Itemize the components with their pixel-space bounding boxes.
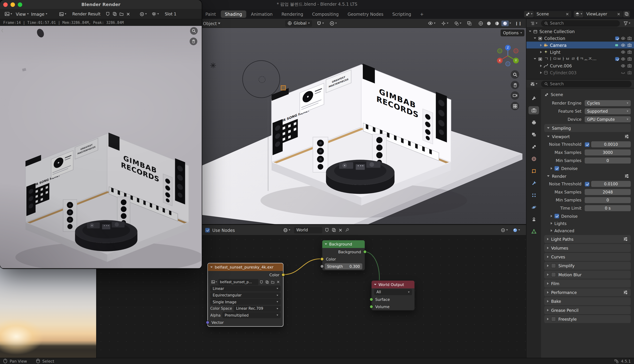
filter-button[interactable]	[622, 20, 632, 26]
render-visibility-icon[interactable]	[627, 43, 632, 48]
image-fake-user-button[interactable]	[259, 279, 264, 285]
source-dropdown[interactable]: Single Image	[210, 299, 281, 305]
editor-type-button[interactable]	[3, 11, 13, 17]
output-target-dropdown[interactable]: All	[374, 289, 412, 295]
image-browse-button[interactable]	[210, 279, 218, 285]
panel-volumes[interactable]: Volumes	[544, 244, 631, 252]
world-name-field[interactable]: World	[294, 227, 322, 233]
lights-panel[interactable]: Lights	[551, 220, 634, 227]
editor-type-button[interactable]	[529, 80, 539, 87]
tab-render[interactable]	[528, 106, 539, 114]
tab-modifiers[interactable]	[528, 179, 539, 187]
shading-material-button[interactable]	[493, 21, 501, 26]
viewport-denoise-panel[interactable]: Denoise	[551, 165, 634, 172]
background-output-socket[interactable]	[363, 250, 367, 254]
camera-view-button[interactable]	[511, 91, 519, 100]
panel-film[interactable]: Film	[544, 280, 631, 288]
use-nodes-checkbox[interactable]	[205, 228, 210, 232]
close-icon[interactable]	[617, 12, 620, 16]
hide-eye-icon[interactable]	[621, 63, 625, 68]
interpolation-dropdown[interactable]: Linear	[210, 286, 281, 292]
image-menu[interactable]: Image	[31, 12, 47, 16]
zoom-button[interactable]	[511, 70, 519, 79]
pan-button[interactable]	[511, 81, 519, 89]
pause-render-button[interactable]: ❙❙	[515, 21, 522, 25]
tab-geometry-nodes[interactable]: Geometry Nodes	[344, 10, 387, 18]
presets-icon[interactable]	[624, 134, 629, 139]
viewport-min-samples-field[interactable]: 0	[585, 158, 631, 164]
render-engine-dropdown[interactable]: Cycles	[585, 100, 631, 106]
color-space-dropdown[interactable]: Linear Rec.709	[234, 306, 281, 312]
projection-dropdown[interactable]: Equirectangular	[210, 292, 281, 298]
render-window[interactable]: Blender Render View Image Render Result …	[0, 0, 202, 268]
image-open-button[interactable]	[270, 279, 275, 285]
xray-toggle[interactable]	[466, 20, 473, 26]
add-workspace-button[interactable]: +	[416, 10, 428, 18]
image-browse-button[interactable]	[58, 11, 68, 17]
panel-curves[interactable]: Curves	[544, 253, 631, 261]
outliner-row-light[interactable]: Light	[527, 48, 634, 55]
node-image-header[interactable]: belfast_sunset_puresky_4k.exr	[208, 263, 283, 271]
snap-dropdown[interactable]	[315, 20, 325, 26]
tab-world[interactable]	[528, 154, 539, 163]
node-background[interactable]: Background Background Color Strength 0.3…	[322, 240, 365, 270]
render-result-image[interactable]: ❮	[0, 26, 202, 268]
noise-threshold-checkbox[interactable]	[585, 142, 589, 147]
render-result-field[interactable]: Render Result	[70, 11, 103, 17]
render-window-titlebar[interactable]: Blender Render	[0, 0, 202, 9]
simplify-checkbox[interactable]	[551, 263, 556, 268]
hide-eye-icon[interactable]	[621, 56, 625, 61]
mode-dropdown[interactable]: Object	[203, 21, 221, 26]
node-world-output[interactable]: World Output All Surface Volume	[371, 280, 415, 310]
viewport-noise-threshold-field[interactable]: 0.0010	[591, 141, 631, 148]
color-output-socket[interactable]	[281, 273, 285, 276]
tab-tool[interactable]	[528, 94, 539, 102]
strength-input-socket[interactable]	[320, 264, 324, 268]
fake-user-shield-icon[interactable]	[325, 228, 329, 232]
tab-view-layer[interactable]	[528, 130, 539, 138]
render-denoise-checkbox[interactable]	[554, 214, 559, 218]
outliner-row-curve[interactable]: Curve.006	[527, 62, 634, 69]
new-viewlayer-button[interactable]	[623, 11, 630, 17]
fake-user-shield-icon[interactable]	[105, 12, 110, 16]
viewport-denoise-checkbox[interactable]	[554, 166, 559, 171]
node-world-output-header[interactable]: World Output	[371, 281, 414, 288]
panel-bake[interactable]: Bake	[544, 297, 631, 305]
render-visibility-icon[interactable]	[627, 36, 632, 40]
pan-button[interactable]	[190, 38, 197, 45]
light-sparkle-gizmo[interactable]	[210, 62, 216, 68]
eye-closed-icon[interactable]	[621, 70, 625, 75]
viewlayer-name-field[interactable]: ViewLayer	[584, 11, 623, 17]
alpha-dropdown[interactable]: Premultiplied	[222, 312, 281, 318]
panel-light-paths[interactable]: Light Paths	[544, 235, 631, 243]
hide-eye-icon[interactable]	[621, 36, 625, 40]
render-visibility-icon[interactable]	[627, 50, 632, 54]
background-color-input-socket[interactable]	[320, 257, 324, 261]
pin-icon[interactable]	[345, 228, 349, 232]
node-image-texture[interactable]: belfast_sunset_puresky_4k.exr Color belf…	[207, 263, 283, 326]
navigation-gizmo[interactable]: Z X Y	[496, 44, 520, 68]
render-denoise-panel[interactable]: Denoise	[551, 212, 634, 220]
tab-compositing[interactable]: Compositing	[308, 10, 343, 18]
visibility-dropdown[interactable]	[427, 20, 437, 26]
render-noise-threshold-field[interactable]: 0.0100	[591, 181, 631, 187]
outliner-row-collection[interactable]: Collection	[527, 35, 634, 42]
shading-rendered-button[interactable]	[501, 20, 509, 26]
render-pass-dropdown[interactable]	[138, 11, 148, 17]
options-dropdown[interactable]: Options	[501, 30, 524, 36]
hide-eye-icon[interactable]	[621, 50, 625, 54]
advanced-panel[interactable]: Advanced	[551, 227, 634, 234]
grid-toggle-button[interactable]	[511, 102, 519, 110]
time-limit-field[interactable]: 0 s	[585, 205, 631, 211]
render-visibility-icon[interactable]	[627, 70, 632, 75]
light-origin[interactable]	[259, 76, 265, 83]
scene-browse-button[interactable]	[524, 11, 534, 17]
viewport-max-samples-field[interactable]: 3000	[585, 149, 631, 156]
tab-scripting[interactable]: Scripting	[388, 10, 415, 18]
strength-field[interactable]: Strength 0.300	[325, 263, 362, 269]
feature-set-dropdown[interactable]: Supported	[585, 108, 631, 114]
preview-sphere-dropdown[interactable]	[511, 227, 521, 233]
render-visibility-icon[interactable]	[627, 56, 632, 61]
collection-checkbox[interactable]	[615, 36, 619, 40]
tab-constraints[interactable]	[528, 215, 539, 224]
